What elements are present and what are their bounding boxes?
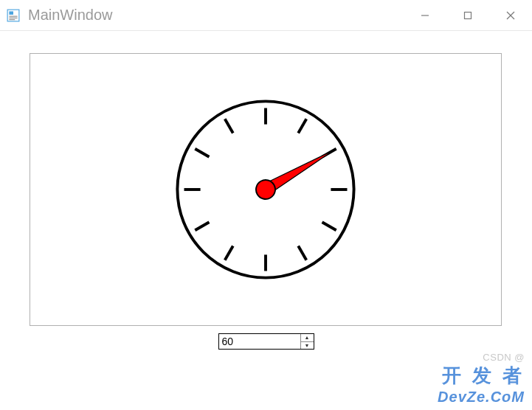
client-area: 60 ▲ ▼ xyxy=(0,31,532,357)
spinbox-up-button[interactable]: ▲ xyxy=(301,334,314,342)
watermark: CSDN @ 开 发 者 DevZe.CoM xyxy=(438,352,525,406)
svg-line-17 xyxy=(225,246,233,260)
maximize-button[interactable] xyxy=(446,0,489,30)
window-titlebar: MainWindow xyxy=(0,0,532,31)
svg-line-15 xyxy=(298,246,306,260)
spinbox-down-button[interactable]: ▼ xyxy=(301,342,314,350)
window-controls xyxy=(404,0,532,30)
watermark-brand-cn: 开 发 者 xyxy=(438,363,525,389)
window-title: MainWindow xyxy=(28,7,404,24)
svg-rect-6 xyxy=(465,12,471,18)
watermark-brand-en: DevZe.CoM xyxy=(438,389,525,406)
minimize-button[interactable] xyxy=(404,0,446,30)
close-button[interactable] xyxy=(489,0,532,30)
svg-line-14 xyxy=(322,222,336,230)
spinbox-buttons: ▲ ▼ xyxy=(300,334,314,349)
svg-line-21 xyxy=(225,119,233,133)
svg-line-20 xyxy=(195,149,209,157)
value-spinbox[interactable]: 60 ▲ ▼ xyxy=(218,333,314,350)
svg-line-11 xyxy=(298,119,306,133)
svg-line-18 xyxy=(195,222,209,230)
svg-rect-1 xyxy=(9,11,13,15)
spinbox-row: 60 ▲ ▼ xyxy=(30,333,502,350)
spinbox-value[interactable]: 60 xyxy=(219,334,300,349)
gauge-widget xyxy=(170,94,362,285)
gauge-frame xyxy=(30,53,502,326)
app-icon xyxy=(6,8,21,23)
